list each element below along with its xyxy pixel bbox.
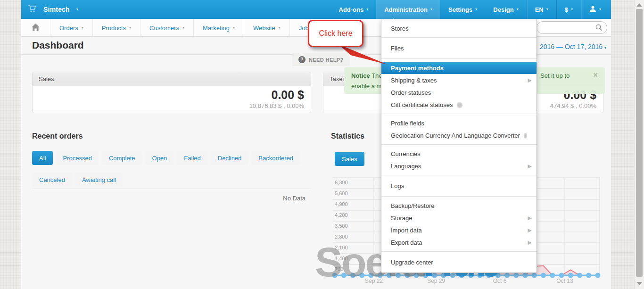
scrollbar[interactable]: [634, 0, 644, 289]
filter-all[interactable]: All: [32, 151, 53, 165]
x-tick-label: Oct 13: [556, 278, 573, 284]
nav-orders[interactable]: Orders▾: [50, 19, 93, 37]
user-icon: [589, 6, 596, 14]
search-icon: [595, 24, 603, 31]
dropdown-item-files[interactable]: Files: [381, 42, 537, 54]
dropdown-item-geolocation-converter[interactable]: Geolocation Currency And Language Conver…: [381, 129, 537, 141]
brand-menu[interactable]: Simtech ▾: [28, 0, 78, 19]
menu-add-ons[interactable]: Add-ons▾: [331, 0, 377, 19]
sales-data-point: [487, 273, 492, 278]
chevron-down-icon: ▾: [599, 8, 601, 11]
close-icon[interactable]: ✕: [593, 71, 598, 79]
need-help-button[interactable]: ? NEED HELP?: [292, 53, 350, 66]
menu-language[interactable]: EN▾: [527, 0, 556, 19]
submenu-arrow-icon: ▶: [528, 77, 532, 83]
sales-data-point: [459, 273, 464, 278]
dropdown-item-payment-methods[interactable]: Payment methods: [381, 62, 537, 74]
menu-design[interactable]: Design▾: [485, 0, 526, 19]
dropdown-item-storage[interactable]: Storage▶: [381, 212, 537, 224]
sales-data-point: [541, 273, 546, 278]
sales-data-point: [405, 273, 410, 278]
top-menu: Add-ons▾ Administration▾ Settings▾ Desig…: [331, 0, 610, 19]
sales-data-point: [414, 273, 419, 278]
dropdown-item-upgrade-center[interactable]: Upgrade center: [381, 256, 537, 268]
chevron-down-icon: ▾: [129, 26, 131, 30]
chevron-down-icon: ▾: [517, 8, 519, 11]
nav-marketing[interactable]: Marketing▾: [194, 19, 244, 37]
nav-products[interactable]: Products▾: [93, 19, 140, 37]
chevron-down-icon: ▾: [82, 26, 83, 30]
y-tick-label: 4,200: [335, 212, 348, 218]
sales-data-point: [423, 273, 428, 278]
dropdown-item-backup-restore[interactable]: Backup/Restore: [381, 199, 537, 212]
filter-canceled[interactable]: Canceled: [32, 173, 72, 187]
filter-awaiting-call[interactable]: Awaiting call: [75, 173, 123, 187]
dropdown-item-currencies[interactable]: Currencies: [381, 148, 537, 160]
sales-data-point: [441, 273, 446, 278]
sales-data-point: [341, 273, 347, 278]
filter-failed[interactable]: Failed: [177, 151, 207, 165]
dropdown-item-order-statuses[interactable]: Order statuses: [381, 86, 537, 99]
sales-data-point: [477, 273, 482, 278]
menu-currency[interactable]: $▾: [556, 0, 581, 19]
filter-complete[interactable]: Complete: [102, 151, 142, 165]
sales-data-point: [468, 273, 473, 278]
chevron-down-icon: ▾: [546, 8, 548, 11]
y-tick-label: 1,400: [335, 256, 348, 261]
dropdown-item-languages[interactable]: Languages▶: [381, 160, 537, 172]
submenu-arrow-icon: ▶: [528, 215, 532, 221]
date-range-selector[interactable]: 2016 — Oct 17, 2016 ▾: [540, 43, 606, 50]
sales-value: 0.00 $: [33, 89, 304, 102]
scrollbar-thumb[interactable]: [636, 9, 643, 277]
filter-declined[interactable]: Declined: [211, 151, 249, 165]
sales-data-point: [432, 273, 437, 278]
dropdown-item-profile-fields[interactable]: Profile fields: [381, 117, 537, 129]
sales-data-point: [568, 273, 573, 278]
sales-data-point: [577, 273, 582, 278]
menu-settings[interactable]: Settings▾: [440, 0, 485, 19]
dropdown-item-export-data[interactable]: Export data▶: [381, 236, 537, 248]
cart-icon: [28, 5, 37, 15]
addon-icon: [524, 133, 527, 139]
chevron-down-icon: ▾: [475, 8, 477, 11]
question-icon: ?: [298, 56, 305, 63]
statistics-sales-tab[interactable]: Sales: [335, 152, 364, 166]
sales-data-point: [595, 273, 601, 278]
dropdown-item-import-data[interactable]: Import data▶: [381, 224, 537, 236]
screenshot-stage: Simtech ▾ Add-ons▾ Administration▾ Setti…: [0, 0, 644, 289]
dropdown-item-gift-certificate-statuses[interactable]: Gift certificate statuses: [381, 99, 537, 111]
scroll-down-arrow-icon[interactable]: [636, 282, 642, 285]
y-tick-label: 700: [335, 266, 343, 272]
sales-data-point: [513, 273, 519, 278]
dropdown-item-stores[interactable]: Stores: [381, 22, 537, 34]
sales-data-point: [504, 273, 510, 278]
dropdown-item-shipping-taxes[interactable]: Shipping & taxes▶: [381, 74, 537, 86]
chevron-down-icon: ▾: [571, 8, 573, 11]
top-bar: Simtech ▾ Add-ons▾ Administration▾ Setti…: [21, 0, 611, 19]
notice-text-fragment3: Set it up to: [540, 72, 570, 79]
administration-dropdown: Stores Files Payment methods Shipping & …: [381, 19, 537, 273]
recent-orders-title: Recent orders: [32, 132, 83, 140]
sales-panel-title: Sales: [33, 72, 311, 86]
chevron-down-icon: ▾: [76, 8, 78, 11]
filter-backordered[interactable]: Backordered: [251, 151, 300, 165]
scroll-up-arrow-icon[interactable]: [636, 3, 642, 7]
notice-title: Notice: [351, 72, 370, 79]
chevron-down-icon: ▾: [279, 26, 281, 30]
order-filter-chips: All Processed Complete Open Failed Decli…: [32, 151, 315, 191]
filter-open[interactable]: Open: [145, 151, 174, 165]
chevron-down-icon: ▾: [182, 26, 184, 30]
filter-processed[interactable]: Processed: [56, 151, 99, 165]
sales-data-point: [495, 273, 501, 278]
page-margin-right: [611, 0, 634, 289]
sales-data-point: [532, 273, 537, 278]
home-button[interactable]: [21, 19, 50, 37]
y-tick-label: 5,600: [335, 190, 348, 196]
nav-customers[interactable]: Customers▾: [140, 19, 194, 37]
menu-administration[interactable]: Administration▾: [376, 0, 440, 19]
nav-website[interactable]: Website▾: [244, 19, 290, 37]
search-input[interactable]: [543, 22, 594, 34]
dropdown-item-logs[interactable]: Logs: [381, 180, 537, 192]
page-title: Dashboard: [32, 40, 84, 51]
menu-account[interactable]: ▾: [581, 0, 609, 19]
